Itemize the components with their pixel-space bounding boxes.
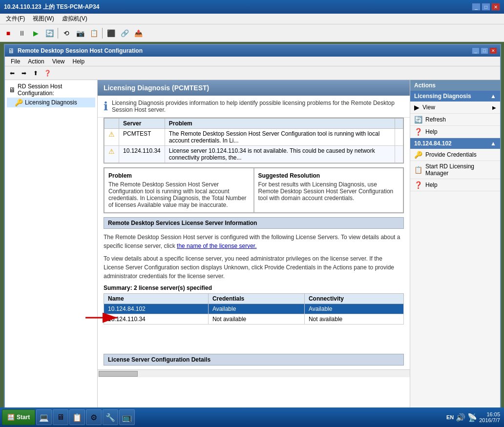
vm-toolbar-refresh[interactable]: 🔄 [43, 27, 56, 40]
tray-icon-2: 📡 [467, 413, 477, 422]
summary-col-name: Name [104, 294, 209, 304]
actions-item-licensing-mgr-label: Start RD Licensing Manager [425, 163, 496, 177]
mmc-up-btn[interactable]: ⬆ [30, 68, 41, 79]
taskbar-date: 2016/7/7 [479, 417, 500, 423]
taskbar-btn-3[interactable]: 📋 [69, 409, 85, 425]
mmc-menu-action[interactable]: Action [24, 58, 48, 65]
row1-problem: The Remote Desktop Session Host Server C… [165, 129, 395, 146]
row2-problem: License server 10.124.110.34 is not avai… [165, 146, 395, 163]
actions-item-refresh[interactable]: 🔄 Refresh [410, 114, 500, 126]
vm-minimize-btn[interactable]: _ [472, 3, 481, 11]
mmc-content-area: 🖥 RD Session Host Configuration: 🔑 Licen… [5, 80, 500, 408]
vm-menu-file[interactable]: 文件(F) [2, 14, 29, 24]
vm-toolbar-pause[interactable]: ⏸ [16, 27, 28, 40]
actions-item-help-1[interactable]: ❓ Help [410, 126, 500, 138]
start-button[interactable]: 🪟 Start [2, 409, 35, 425]
tree-panel: 🖥 RD Session Host Configuration: 🔑 Licen… [5, 80, 98, 408]
content-header: Licensing Diagnosis (PCMTEST) [98, 80, 410, 96]
start-label: Start [17, 414, 30, 421]
license-link[interactable]: the name of the license server. [177, 243, 256, 249]
mmc-forward-btn[interactable]: ➡ [19, 68, 29, 79]
actions-item-help-2[interactable]: ❓ Help [410, 179, 500, 191]
vm-restore-btn[interactable]: □ [482, 3, 490, 11]
mmc-minimize-btn[interactable]: _ [472, 47, 480, 54]
vm-menu-view[interactable]: 视图(W) [29, 14, 58, 24]
taskbar-btn-4[interactable]: ⚙ [86, 409, 102, 425]
col-server: Server [119, 119, 165, 129]
mmc-toolbar: ⬅ ➡ ⬆ ❓ [5, 66, 500, 80]
mmc-restore-btn[interactable]: □ [481, 47, 488, 54]
problem-table-container: Server Problem ⚠ PCMTEST The Remote Desk… [104, 118, 404, 163]
summary-row-1[interactable]: 10.124.84.102 Available Available [104, 304, 404, 314]
view-arrow-icon: ▶ [492, 105, 496, 110]
start-icon: 🪟 [7, 414, 15, 421]
scroll-track[interactable] [99, 371, 409, 377]
detail-resolution-scroll[interactable]: For best results with Licensing Diagnosi… [258, 181, 399, 202]
taskbar-lang: EN [446, 414, 454, 420]
horizontal-scrollbar[interactable] [98, 369, 410, 377]
taskbar-btn-2[interactable]: 🖥 [53, 409, 68, 425]
view-icon: ▶ [414, 103, 420, 111]
mmc-window: 🖥 Remote Desktop Session Host Configurat… [4, 44, 501, 421]
content-scroll[interactable]: Licensing Diagnosis (PCMTEST) ℹ Licensin… [98, 80, 410, 369]
actions-header: Actions [410, 80, 500, 91]
actions-section-ip: 10.124.84.102 ▲ [410, 138, 500, 149]
vm-toolbar-btn2[interactable]: 📷 [74, 27, 86, 40]
taskbar-time-display: 16:05 2016/7/7 [479, 411, 500, 423]
tray-icon-1: 🔊 [456, 413, 465, 422]
info-text: Licensing Diagnosis provides information… [112, 100, 404, 113]
vm-controls: _ □ ✕ [472, 3, 500, 11]
vm-menu-vm[interactable]: 虚拟机(V) [58, 14, 91, 24]
detail-problem-scroll[interactable]: The Remote Desktop Session Host Server C… [108, 181, 250, 208]
taskbar-btn-6[interactable]: 📺 [119, 409, 135, 425]
summary-row2-conn: Not available [304, 314, 403, 325]
content-header-title: Licensing Diagnosis (PCMTEST) [104, 84, 209, 92]
vm-toolbar-btn3[interactable]: 📋 [87, 27, 100, 40]
table-row[interactable]: ⚠ 10.124.110.34 License server 10.124.11… [105, 146, 403, 163]
mmc-menu-help[interactable]: Help [69, 58, 89, 65]
mmc-back-btn[interactable]: ⬅ [7, 68, 18, 79]
detail-problem-title: Problem [108, 172, 250, 179]
detail-section: Problem The Remote Desktop Session Host … [104, 167, 404, 213]
vm-toolbar-btn4[interactable]: ⬛ [105, 27, 117, 40]
actions-item-credentials[interactable]: 🔑 Provide Credentials [410, 149, 500, 161]
mmc-help-btn[interactable]: ❓ [42, 68, 53, 79]
tree-root-label: RD Session Host Configuration: [18, 83, 93, 97]
summary-title: Summary: 2 license server(s) specified [104, 285, 404, 291]
license-section-header: Remote Desktop Services License Server I… [104, 217, 404, 229]
mmc-titlebar: 🖥 Remote Desktop Session Host Configurat… [5, 45, 500, 57]
tree-licensing-icon: 🔑 [15, 99, 23, 106]
col-scroll [395, 119, 403, 129]
tree-licensing[interactable]: 🔑 Licensing Diagnosis [7, 98, 95, 107]
vm-toolbar-sep1 [58, 28, 58, 39]
taskbar-btn-5[interactable]: 🔧 [103, 409, 118, 425]
vm-toolbar-play[interactable]: ▶ [29, 27, 42, 40]
table-row[interactable]: ⚠ PCMTEST The Remote Desktop Session Hos… [105, 129, 403, 146]
vm-menubar: 文件(F) 视图(W) 虚拟机(V) [0, 14, 504, 24]
vm-toolbar-btn5[interactable]: 🔗 [118, 27, 131, 40]
mmc-menu-view[interactable]: View [48, 58, 69, 65]
taskbar-btn-1[interactable]: 💻 [36, 409, 52, 425]
licensing-mgr-icon: 📋 [414, 166, 422, 174]
vm-toolbar-btn1[interactable]: ⟲ [60, 27, 73, 40]
mmc-close-btn[interactable]: ✕ [489, 47, 497, 54]
vm-toolbar-stop[interactable]: ■ [2, 27, 15, 40]
row2-server: 10.124.110.34 [119, 146, 165, 163]
mmc-menu-file[interactable]: File [7, 58, 24, 65]
row2-icon: ⚠ [105, 146, 119, 163]
license-config-header: License Server Configuration Details [104, 354, 404, 366]
vm-toolbar-btn6[interactable]: 📤 [132, 27, 145, 40]
actions-item-help2-label: Help [425, 182, 438, 188]
vm-close-btn[interactable]: ✕ [491, 3, 500, 11]
detail-problem-box: Problem The Remote Desktop Session Host … [104, 168, 254, 213]
summary-row-2[interactable]: 10.124.110.34 Not available Not availabl… [104, 314, 404, 325]
license-text1: The Remote Desktop Session Host server i… [104, 233, 404, 250]
scroll-thumb-horiz[interactable] [99, 371, 138, 377]
summary-row1-conn: Available [304, 304, 403, 314]
actions-section-licensing-label: Licensing Diagnosis [414, 93, 471, 100]
actions-item-view-label: View [422, 104, 435, 111]
actions-item-view[interactable]: ▶ View ▶ [410, 102, 500, 114]
actions-item-licensing-mgr[interactable]: 📋 Start RD Licensing Manager [410, 161, 500, 179]
help-icon-2: ❓ [414, 181, 422, 189]
tree-root[interactable]: 🖥 RD Session Host Configuration: [7, 82, 95, 98]
